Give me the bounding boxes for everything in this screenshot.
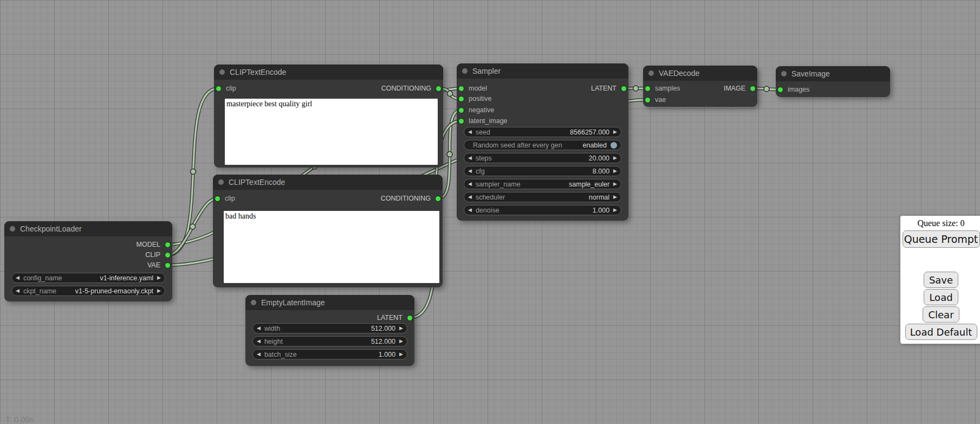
widget-config-name[interactable]: ◀ config_name v1-inference.yaml ▶ (11, 273, 165, 283)
decrement-arrow-icon[interactable]: ◀ (257, 352, 261, 357)
widget-width[interactable]: ◀ width 512.000 ▶ (252, 323, 407, 333)
widget-denoise[interactable]: ◀ denoise 1.000 ▶ (464, 205, 621, 215)
node-title-bar[interactable]: SaveImage (776, 66, 890, 81)
widget-sampler-name[interactable]: ◀ sampler_name sample_euler ▶ (464, 179, 621, 189)
widget-batch-size[interactable]: ◀ batch_size 1.000 ▶ (252, 349, 407, 359)
input-port-icon[interactable] (459, 97, 464, 101)
clear-button[interactable]: Clear (923, 306, 959, 323)
output-port-icon[interactable] (165, 263, 170, 268)
output-latent[interactable]: LATENT (591, 83, 626, 93)
input-port-icon[interactable] (645, 98, 650, 102)
input-samples[interactable]: samples (645, 83, 680, 93)
output-port-icon[interactable] (436, 196, 440, 201)
input-clip[interactable]: clip (216, 83, 236, 93)
collapse-dot-icon[interactable] (648, 70, 654, 76)
queue-prompt-button[interactable]: Queue Prompt (903, 230, 980, 248)
collapse-dot-icon[interactable] (218, 179, 224, 185)
widget-cfg[interactable]: ◀ cfg 8.000 ▶ (464, 166, 621, 176)
node-title-bar[interactable]: VAEDecode (643, 66, 757, 81)
collapse-dot-icon[interactable] (10, 226, 15, 232)
widget-scheduler[interactable]: ◀ scheduler normal ▶ (464, 192, 621, 202)
input-port-icon[interactable] (645, 86, 650, 91)
increment-arrow-icon[interactable]: ▶ (399, 352, 403, 357)
node-saveimage[interactable]: SaveImage images (776, 66, 890, 97)
negative-prompt-textarea[interactable]: bad hands (224, 211, 439, 283)
widget-height[interactable]: ◀ height 512.000 ▶ (252, 336, 407, 346)
widget-ckpt-name[interactable]: ◀ ckpt_name v1-5-pruned-emaonly.ckpt ▶ (11, 286, 165, 296)
input-clip[interactable]: clip (215, 194, 235, 203)
output-conditioning[interactable]: CONDITIONING (381, 83, 441, 93)
input-positive[interactable]: positive (459, 94, 491, 104)
output-port-icon[interactable] (750, 86, 755, 91)
output-latent[interactable]: LATENT (377, 313, 412, 323)
input-vae[interactable]: vae (645, 95, 666, 105)
increment-arrow-icon[interactable]: ▶ (157, 288, 161, 293)
decrement-arrow-icon[interactable]: ◀ (16, 288, 20, 293)
input-port-icon[interactable] (778, 87, 783, 92)
node-title-bar[interactable]: CheckpointLoader (4, 221, 172, 236)
output-conditioning[interactable]: CONDITIONING (381, 194, 440, 203)
output-port-icon[interactable] (165, 253, 170, 258)
decrement-arrow-icon[interactable]: ◀ (468, 156, 472, 160)
input-port-icon[interactable] (216, 86, 221, 91)
node-cliptextencode-negative[interactable]: CLIPTextEncode clip CONDITIONING bad han… (213, 175, 443, 287)
link-midpoint-dot[interactable] (764, 86, 769, 92)
node-sampler[interactable]: Sampler model positive negative latent_i… (457, 63, 628, 221)
output-port-icon[interactable] (407, 316, 412, 320)
output-clip[interactable]: CLIP (145, 250, 170, 260)
collapse-dot-icon[interactable] (219, 69, 225, 75)
increment-arrow-icon[interactable]: ▶ (157, 275, 161, 280)
load-default-button[interactable]: Load Default (905, 324, 977, 340)
increment-arrow-icon[interactable]: ▶ (399, 326, 403, 331)
input-negative[interactable]: negative (459, 105, 494, 115)
node-cliptextencode-positive[interactable]: CLIPTextEncode clip CONDITIONING masterp… (214, 65, 443, 168)
link-midpoint-dot[interactable] (633, 86, 639, 91)
decrement-arrow-icon[interactable]: ◀ (257, 326, 261, 331)
decrement-arrow-icon[interactable]: ◀ (468, 195, 472, 200)
load-button[interactable]: Load (924, 289, 958, 305)
output-model[interactable]: MODEL (137, 240, 170, 249)
node-title-bar[interactable]: CLIPTextEncode (214, 65, 443, 80)
save-button[interactable]: Save (924, 272, 958, 288)
increment-arrow-icon[interactable]: ▶ (613, 195, 617, 200)
link-midpoint-dot[interactable] (447, 152, 452, 157)
collapse-dot-icon[interactable] (462, 68, 468, 74)
input-port-icon[interactable] (215, 196, 220, 201)
positive-prompt-textarea[interactable]: masterpiece best quality girl (225, 99, 438, 165)
widget-seed[interactable]: ◀ seed 8566257.000 ▶ (464, 127, 621, 137)
increment-arrow-icon[interactable]: ▶ (613, 182, 617, 187)
decrement-arrow-icon[interactable]: ◀ (16, 275, 20, 280)
increment-arrow-icon[interactable]: ▶ (613, 169, 617, 174)
node-title-bar[interactable]: CLIPTextEncode (213, 175, 443, 190)
output-port-icon[interactable] (165, 242, 170, 247)
input-latent-image[interactable]: latent_image (459, 116, 508, 126)
link-midpoint-dot[interactable] (190, 224, 196, 229)
increment-arrow-icon[interactable]: ▶ (399, 339, 403, 344)
link-midpoint-dot[interactable] (191, 169, 196, 175)
input-port-icon[interactable] (459, 86, 464, 91)
node-emptylatentimage[interactable]: EmptyLatentImage LATENT ◀ width 512.000 … (245, 295, 414, 366)
collapse-dot-icon[interactable] (781, 71, 787, 76)
input-model[interactable]: model (459, 83, 487, 93)
node-checkpointloader[interactable]: CheckpointLoader MODEL CLIP VAE ◀ config… (4, 221, 172, 301)
increment-arrow-icon[interactable]: ▶ (613, 130, 617, 134)
collapse-dot-icon[interactable] (251, 300, 256, 305)
graph-canvas[interactable]: { "colors": { "port_green": "#3fe43f", "… (0, 0, 980, 424)
decrement-arrow-icon[interactable]: ◀ (468, 182, 472, 187)
input-port-icon[interactable] (459, 119, 464, 124)
decrement-arrow-icon[interactable]: ◀ (468, 130, 472, 134)
output-port-icon[interactable] (621, 86, 626, 91)
node-title-bar[interactable]: Sampler (457, 63, 628, 79)
toggle-dot-icon[interactable] (611, 142, 617, 149)
output-port-icon[interactable] (436, 86, 441, 91)
decrement-arrow-icon[interactable]: ◀ (468, 169, 472, 174)
input-images[interactable]: images (778, 85, 809, 94)
node-vaedecode[interactable]: VAEDecode samples vae IMAGE (643, 66, 757, 107)
output-image[interactable]: IMAGE (724, 83, 755, 93)
increment-arrow-icon[interactable]: ▶ (613, 156, 617, 160)
decrement-arrow-icon[interactable]: ◀ (468, 208, 472, 213)
increment-arrow-icon[interactable]: ▶ (613, 208, 617, 213)
widget-steps[interactable]: ◀ steps 20.000 ▶ (464, 153, 621, 163)
input-port-icon[interactable] (459, 108, 464, 113)
widget-random-seed-toggle[interactable]: Random seed after every gen enabled (464, 140, 621, 150)
